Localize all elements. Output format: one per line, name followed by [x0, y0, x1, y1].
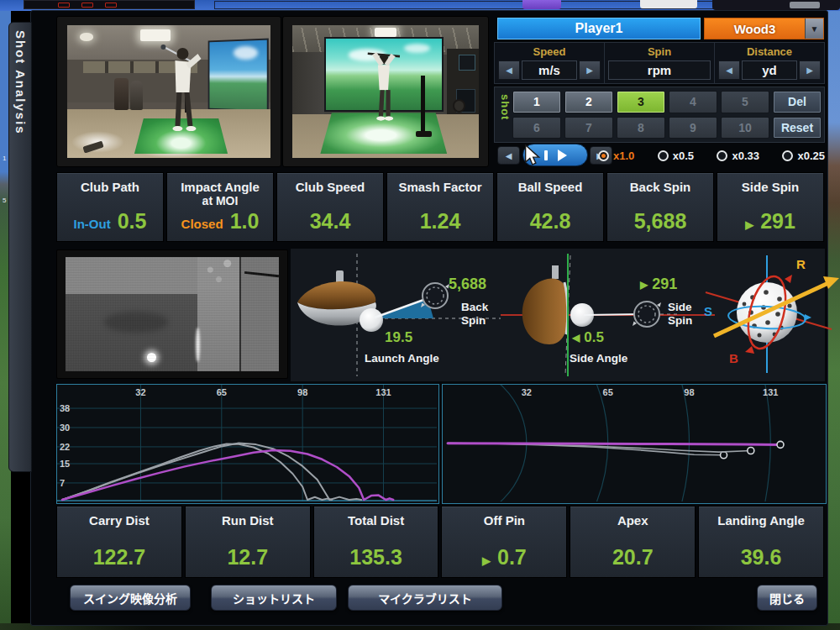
step-back-button[interactable]: ◀ [497, 146, 520, 165]
speed-radio-x1[interactable]: x1.0 [598, 147, 634, 164]
club-name: Wood3 [705, 22, 805, 36]
svg-text:30: 30 [60, 423, 70, 433]
side-spin-value: ▶291 [640, 276, 677, 293]
shot-button-4[interactable]: 4 [669, 91, 717, 113]
playback-speed-options: x1.0 x0.5 x0.33 x0.25 [598, 147, 825, 164]
speed-radio-x033[interactable]: x0.33 [717, 147, 759, 164]
arrow-right-icon[interactable]: ▶ [579, 60, 601, 80]
unit-spin-label: Spin [605, 45, 714, 58]
golfer-figure [153, 44, 206, 144]
tab-title: Shot Analysis [9, 23, 28, 135]
unit-speed: Speed ◀ m/s ▶ [495, 43, 605, 83]
ruler-mark: 1 [3, 155, 6, 162]
shot-button-8[interactable]: 8 [617, 117, 665, 139]
back-spin-label: BackSpin [461, 301, 488, 328]
background-scoreboard [24, 0, 195, 9]
metric-run-dist: Run Dist 12.7 [185, 506, 311, 578]
player-select[interactable]: Player1 [497, 18, 701, 39]
camera-view-side[interactable] [67, 25, 270, 158]
shot-analysis-tab[interactable]: Shot Analysis [8, 22, 32, 472]
metrics-top-row: Club Path In-Out0.5 Impact Angleat MOI C… [56, 172, 824, 242]
side-angle-label: Side Angle [570, 352, 627, 365]
shot-button-9[interactable]: 9 [669, 117, 717, 139]
radio-icon [782, 150, 793, 161]
play-icon [558, 150, 567, 161]
metric-total-dist: Total Dist 135.3 [313, 506, 439, 578]
arrow-right-icon[interactable]: ▶ [799, 60, 821, 80]
delete-shot-button[interactable]: Del [773, 91, 822, 113]
camera-view-rear[interactable] [292, 25, 479, 158]
metrics-bottom-row: Carry Dist 122.7 Run Dist 12.7 Total Dis… [56, 506, 824, 578]
metric-club-path: Club Path In-Out0.5 [56, 172, 164, 242]
club-select[interactable]: Wood3 ▼ [704, 18, 824, 39]
arrow-left-icon[interactable]: ◀ [718, 60, 740, 80]
unit-distance-value[interactable]: yd [742, 60, 797, 80]
trajectory-side-chart: 326598131383022157 [57, 385, 437, 501]
svg-text:131: 131 [763, 387, 778, 397]
back-spin-gauge [421, 283, 449, 308]
svg-text:22: 22 [60, 442, 70, 452]
svg-text:7: 7 [60, 478, 65, 488]
radio-icon [598, 150, 609, 161]
reset-shots-button[interactable]: Reset [773, 117, 822, 139]
svg-text:98: 98 [297, 387, 307, 397]
launch-angle-value: 19.5 [385, 329, 412, 346]
mouse-cursor [524, 144, 543, 165]
launch-angle-label: Launch Angle [365, 352, 439, 365]
metric-impact-angle: Impact Angleat MOI Closed1.0 [166, 172, 274, 242]
shot-button-3[interactable]: 3 [617, 91, 665, 113]
unit-distance: Distance ◀ yd ▶ [715, 43, 824, 83]
background-dark-corner [712, 0, 840, 10]
background-purple-chip [522, 0, 561, 9]
club-top-view [522, 265, 568, 344]
unit-distance-label: Distance [715, 45, 824, 58]
metric-landing-angle: Landing Angle 39.6 [698, 506, 824, 578]
my-club-list-button[interactable]: マイクラブリスト [348, 585, 502, 611]
metric-carry-dist: Carry Dist 122.7 [56, 506, 182, 578]
ruler-mark: 5 [3, 197, 6, 204]
chevron-down-icon[interactable]: ▼ [805, 18, 823, 39]
shot-list-button[interactable]: ショットリスト [211, 585, 337, 611]
svg-text:32: 32 [135, 387, 145, 397]
metric-club-speed: Club Speed 34.4 [276, 172, 384, 242]
unit-selectors: Speed ◀ m/s ▶ Spin rpm Distance ◀ yd ▶ [494, 42, 825, 84]
unit-speed-value[interactable]: m/s [522, 60, 577, 80]
trajectory-top-chart: 326598131 [443, 385, 824, 501]
arrow-left-icon[interactable]: ◀ [498, 60, 520, 80]
side-spin-label: SideSpin [668, 301, 692, 328]
svg-text:65: 65 [603, 387, 613, 397]
shot-button-5[interactable]: 5 [721, 91, 769, 113]
impact-camera-view[interactable] [66, 257, 279, 371]
svg-text:131: 131 [375, 387, 391, 397]
metric-ball-speed: Ball Speed 42.8 [496, 172, 604, 242]
unit-spin: Spin rpm [605, 43, 715, 83]
shot-button-1[interactable]: 1 [512, 91, 561, 113]
radio-icon [658, 150, 669, 161]
shot-button-2[interactable]: 2 [564, 91, 613, 113]
shot-button-10[interactable]: 10 [721, 117, 769, 139]
svg-text:65: 65 [217, 387, 227, 397]
axis-label-b: B [729, 351, 738, 365]
golfer-figure [360, 46, 408, 134]
background-white-chip [640, 0, 697, 8]
axis-label-s: S [704, 304, 712, 318]
metric-apex: Apex 20.7 [570, 506, 696, 578]
back-spin-value: 5,688 [449, 276, 486, 293]
shot-button-7[interactable]: 7 [564, 117, 613, 139]
metric-off-pin: Off Pin ▶0.7 [441, 506, 567, 578]
unit-spin-value[interactable]: rpm [608, 60, 711, 80]
speed-radio-x025[interactable]: x0.25 [782, 147, 825, 164]
speed-radio-x05[interactable]: x0.5 [658, 147, 694, 164]
background-gray-chip [790, 2, 820, 8]
metric-back-spin: Back Spin 5,688 [606, 172, 714, 242]
axis-label-r: R [796, 257, 806, 271]
close-button[interactable]: 閉じる [757, 585, 817, 611]
svg-text:15: 15 [60, 459, 70, 469]
side-angle-value: ◀0.5 [572, 329, 604, 346]
shot-button-6[interactable]: 6 [512, 117, 561, 139]
svg-text:98: 98 [684, 387, 694, 397]
svg-text:38: 38 [60, 403, 70, 413]
unit-speed-label: Speed [495, 45, 604, 58]
metric-smash-factor: Smash Factor 1.24 [386, 172, 494, 242]
swing-video-analysis-button[interactable]: スイング映像分析 [70, 585, 191, 611]
